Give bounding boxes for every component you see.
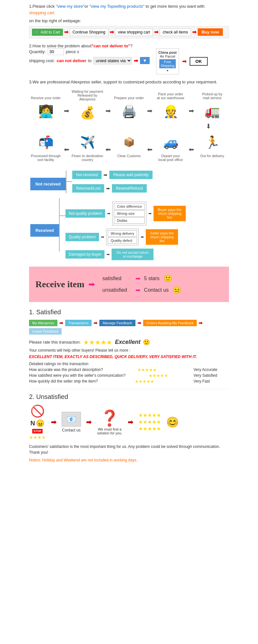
branch-connector-top	[66, 171, 72, 182]
detailed-ratings: Detailed ratings on this transaction How…	[29, 362, 229, 384]
stop-sign-badge: STOP	[32, 429, 43, 433]
view-cart-button[interactable]: view shopping cart	[115, 28, 153, 36]
flow-arrow-4: ➡	[199, 320, 203, 326]
branch-connector-bottom	[66, 182, 72, 193]
buyer-pays-box: Buyer pays the return shipping fee	[154, 206, 186, 221]
china-post-title: China post	[158, 51, 177, 54]
rate-row: Please rate this transaction: ★★★★★ Exce…	[29, 338, 229, 346]
check-items-button[interactable]: check all items	[160, 28, 191, 36]
received-main-box: Received	[30, 224, 59, 237]
step2-label: Waiting for paymentReleased by Aliexpres…	[71, 90, 104, 101]
d-arrow: ➡	[106, 252, 110, 257]
received-section: Received Not quality problem ➡ Color dif…	[30, 198, 228, 260]
q2-stars: ★★★★★	[149, 373, 168, 378]
arrow-1: ➡	[64, 29, 68, 35]
satisfied-smiley-icon: 😊	[166, 416, 179, 428]
step10-label: Processed throughsort facility	[31, 154, 61, 163]
process-step-3: Prepare your order 🖨️	[112, 91, 146, 121]
section2-q: ?	[130, 43, 133, 48]
unsat-arrow-1: ➡	[51, 418, 56, 426]
unsatisfied-section: 2. Unsatisfied 🚫 N 😠 STOP ★★★★ ➡ 📧 Conta…	[29, 393, 229, 462]
received-branches: Not quality problem ➡ Color difference W…	[65, 198, 186, 260]
excellent-smiley: 🙂	[143, 339, 150, 346]
branch2-arrow: ➡	[106, 186, 110, 191]
step6-label: Out for delivery	[200, 154, 224, 163]
detailed-label: Detailed ratings on this transaction	[29, 362, 229, 366]
process-step-9: ✈️ Flown to destinationcountry	[71, 133, 104, 163]
not-received-box: Not received	[72, 171, 102, 179]
not-received-section: Not received Not received ➡ Please wait …	[30, 168, 228, 193]
proc-arrow-5: ⬅	[187, 146, 195, 153]
intro-text1: 1.Please click	[29, 4, 56, 9]
no-return-box: Do not accept return or exchange	[112, 249, 154, 260]
not-received-flowchart: Not received Not received ➡ Please wait …	[30, 168, 228, 260]
wrong-delivery-item: Wrong delivery	[108, 230, 137, 237]
no-stop-group: 🚫 N 😠 STOP ★★★★	[29, 404, 46, 440]
process-row1: Receive your order 👩‍💻 ➡ Waiting for pay…	[29, 90, 229, 122]
my-aliexpress-button[interactable]: My Aliexpress	[29, 320, 57, 326]
section2-title: 2.How to solve the problem about"can not…	[29, 43, 229, 48]
free-shipping-badge: Free Shipping	[159, 59, 176, 68]
stars-row2: ★★★★★	[138, 419, 161, 425]
orders-awaiting-button[interactable]: Orders Awaiting My Feedback	[143, 320, 197, 326]
receive-item-group: Receive item ➡	[35, 279, 95, 289]
transactions-button[interactable]: Transactions	[65, 320, 92, 326]
sat-arrow: ➡	[135, 275, 140, 282]
satisfied-label: satisfied	[103, 276, 132, 281]
wait-patiently-box: Please wait patiently	[109, 171, 152, 179]
unsatisfied-label: unsatisfied	[103, 287, 132, 293]
q2-answer: Very Satisfied	[194, 373, 229, 378]
process-step-2: Waiting for paymentReleased by Aliexpres…	[71, 90, 104, 122]
intro-paragraph: 1.Please click "view my store"or "view m…	[29, 3, 229, 16]
arrow-4: ➡	[192, 29, 196, 35]
notice-text: Customers' satisfaction is the most impo…	[29, 444, 229, 455]
rec-line1	[59, 198, 65, 216]
china-post-sub: Air Parcel	[158, 54, 177, 58]
step8-label: Clear Customs	[117, 154, 141, 163]
rec-line3	[59, 234, 65, 251]
ok-button[interactable]: OK	[190, 57, 208, 66]
q-arrow2: ➡	[141, 235, 144, 239]
intro-text3: to get more items you want with	[144, 4, 204, 9]
china-post-flow: China post Air Parcel Free Shipping ● ➡ …	[156, 48, 208, 74]
angry-face-icon: 😠	[36, 419, 45, 428]
rate-label: Please rate this transaction:	[29, 340, 81, 345]
quality-defect-item: Quality defect	[108, 237, 137, 244]
q1-stars: ★★★★★	[137, 367, 157, 372]
arrow-3: ➡	[154, 29, 158, 35]
section-3: 3.We are professional Aliexpress seller,…	[29, 80, 229, 84]
add-to-cart-button[interactable]: 🛒 Add to Cart	[32, 29, 63, 36]
cart-icon: 🛒	[35, 30, 39, 34]
email-icon: 📧	[62, 412, 81, 427]
rating-row-3: How quickly did the seller ship the item…	[29, 379, 229, 384]
dropdown-button[interactable]: ▼	[140, 57, 150, 64]
q-arrow: ➡	[101, 235, 104, 239]
stars-row1: ★★★★★	[138, 412, 161, 418]
q1-answer: Very Accurate	[194, 367, 229, 372]
quantity-row: Quantity: piece s	[29, 48, 150, 55]
damaged-branch: Damaged by buyer ➡ Do not accept return …	[65, 249, 186, 260]
process-step-6: 🏃 Out for delivery	[195, 133, 229, 163]
question-group: ❓ We must find a solution for you.	[97, 409, 123, 435]
not-received-branches	[66, 168, 72, 193]
continue-shopping-button[interactable]: Continue Shopping	[70, 28, 108, 36]
satisfied-section: 1. Satisfied My Aliexpress ➡ Transaction…	[29, 308, 229, 384]
shopping-cart-link[interactable]: shopping cart.	[29, 10, 55, 15]
view-store-link[interactable]: "view my store"	[56, 4, 84, 9]
country-select[interactable]: unied states via	[94, 57, 132, 64]
excellent-review-text: EXCELLENT ITEM, EXACTLY AS DESCRIBED, QU…	[29, 355, 229, 359]
leave-feedback-button[interactable]: Leave Feedback	[29, 328, 62, 335]
unsat-arrow-3: ➡	[128, 418, 133, 426]
no-sign-icon: 🚫	[30, 404, 45, 418]
proc-arrow-2: ➡	[104, 107, 112, 115]
buy-now-button[interactable]: Buy now	[198, 28, 223, 36]
topselling-link[interactable]: "view my Topselling products"	[89, 4, 144, 9]
not-quality-box: Not quality problem	[65, 209, 105, 218]
quantity-input[interactable]	[48, 48, 64, 55]
manage-feedback-button[interactable]: Manage Feedback	[99, 320, 135, 326]
pink-satisfaction-banner: Receive item ➡ satisfied ➡ 5 stars 🙂 uns…	[29, 267, 229, 302]
contact-us-text: Contact us	[144, 287, 169, 293]
process-step-8: 📦 Clear Customs	[112, 133, 146, 163]
add-to-cart-label: Add to Cart	[41, 30, 60, 34]
step3-label: Prepare your order	[114, 91, 144, 100]
